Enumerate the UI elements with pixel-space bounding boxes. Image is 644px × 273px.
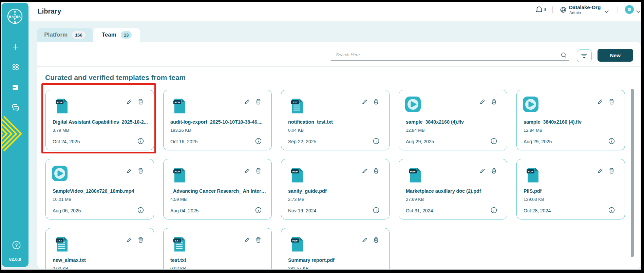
file-date: Nov 19, 2024 xyxy=(288,208,316,213)
version-label: v2.0.0 xyxy=(2,257,29,262)
search-icon xyxy=(561,52,567,60)
file-name: PIIS.pdf xyxy=(524,188,620,194)
edit-icon[interactable] xyxy=(126,237,132,244)
delete-icon[interactable] xyxy=(255,168,261,175)
edit-icon[interactable] xyxy=(479,99,485,106)
file-name: sample_3840x2160 (4).flv xyxy=(406,119,502,125)
delete-icon[interactable] xyxy=(609,99,614,106)
org-name[interactable]: Datalake-Org xyxy=(569,4,601,10)
svg-text:PDF: PDF xyxy=(57,101,62,104)
user-chevron-down-icon[interactable] xyxy=(636,8,641,15)
file-card[interactable]: PDFSummary report.pdf282.57 KB xyxy=(281,228,390,269)
file-size: 27.69 KB xyxy=(406,197,424,202)
svg-text:?: ? xyxy=(15,243,18,248)
info-icon[interactable] xyxy=(137,138,144,146)
search-input[interactable] xyxy=(331,50,553,57)
new-button[interactable]: New xyxy=(598,49,633,62)
delete-icon[interactable] xyxy=(491,168,497,175)
file-card[interactable]: sample_3840x2160 (4).flv12.84 MBAug 29, … xyxy=(516,90,625,150)
edit-icon[interactable] xyxy=(244,237,250,244)
delete-icon[interactable] xyxy=(255,99,261,106)
file-card[interactable]: sample_3840x2160 (4).flv12.84 MBAug 29, … xyxy=(399,90,507,150)
info-icon[interactable] xyxy=(373,138,379,146)
info-icon[interactable] xyxy=(608,138,615,146)
delete-icon[interactable] xyxy=(373,99,379,106)
info-icon[interactable] xyxy=(137,207,144,215)
delete-icon[interactable] xyxy=(491,99,497,106)
svg-text:PDF: PDF xyxy=(410,170,416,173)
svg-text:TXT: TXT xyxy=(292,101,298,104)
help-icon[interactable]: ? xyxy=(12,240,21,251)
delete-icon[interactable] xyxy=(138,237,144,244)
file-card[interactable]: TXTnew_almax.txt0.02 KB xyxy=(45,228,154,269)
tab-team-count: 13 xyxy=(121,31,132,39)
app-window: Library 3 Datalake-Org Admin SI Platform… xyxy=(1,2,641,270)
edit-icon[interactable] xyxy=(244,168,250,175)
file-card[interactable]: PDF_Advancing Cancer Research_ An Interd… xyxy=(163,159,272,219)
video-file-icon xyxy=(52,165,68,183)
file-date: Sep 22, 2025 xyxy=(288,139,316,144)
info-icon[interactable] xyxy=(255,138,262,146)
info-icon[interactable] xyxy=(255,207,262,215)
scrollbar-thumb[interactable] xyxy=(631,89,634,257)
file-date: Oct 24, 2025 xyxy=(53,139,80,144)
txt-file-icon: TXT xyxy=(173,236,187,253)
avatar[interactable]: SI xyxy=(625,5,634,14)
file-size: 0.02 KB xyxy=(170,266,186,269)
plus-icon[interactable] xyxy=(12,43,20,52)
delete-icon[interactable] xyxy=(138,99,144,106)
search-field[interactable] xyxy=(331,50,569,61)
library-icon[interactable] xyxy=(12,83,20,93)
apps-icon[interactable] xyxy=(12,63,20,72)
file-card[interactable]: PDFaudit-log-export_2025-10-10T10-38-46.… xyxy=(163,90,272,150)
file-size: 12.84 MB xyxy=(524,128,543,133)
info-icon[interactable] xyxy=(491,138,497,146)
edit-icon[interactable] xyxy=(362,99,367,106)
info-icon[interactable] xyxy=(608,207,615,215)
file-date: Aug 29, 2025 xyxy=(524,139,552,144)
file-card[interactable]: PDFDigital Assistant Capabilities_2025-1… xyxy=(45,90,154,150)
tab-platform[interactable]: Platform 166 xyxy=(37,28,93,42)
filter-button[interactable] xyxy=(577,49,592,62)
delete-icon[interactable] xyxy=(373,168,379,175)
file-card[interactable]: PDFsanity_guide.pdf2.73 MBNov 19, 2024 xyxy=(281,159,390,219)
file-name: sample_3840x2160 (4).flv xyxy=(524,119,620,125)
svg-text:PDF: PDF xyxy=(175,170,180,173)
edit-icon[interactable] xyxy=(244,99,250,106)
file-size: 139.03 KB xyxy=(524,197,544,202)
file-name: notification_test.txt xyxy=(288,119,384,125)
file-card[interactable]: TXTnotification_test.txt0.04 KBSep 22, 2… xyxy=(281,90,390,150)
edit-icon[interactable] xyxy=(126,168,132,175)
info-icon[interactable] xyxy=(491,207,497,215)
edit-icon[interactable] xyxy=(362,237,367,244)
delete-icon[interactable] xyxy=(373,237,379,244)
delete-icon[interactable] xyxy=(255,237,261,244)
edit-icon[interactable] xyxy=(479,168,485,175)
notification-count: 3 xyxy=(544,7,546,12)
file-card[interactable]: TXTtest.txt0.02 KB xyxy=(163,228,272,269)
tab-team[interactable]: Team 13 xyxy=(93,28,140,42)
edit-icon[interactable] xyxy=(126,99,132,106)
file-size: 3.79 MB xyxy=(53,128,69,133)
file-name: new_almax.txt xyxy=(53,257,149,263)
file-size: 4.59 MB xyxy=(170,197,187,202)
header xyxy=(29,2,641,21)
file-size: 0.02 KB xyxy=(53,266,68,269)
file-card[interactable]: SampleVideo_1280x720_10mb.mp410.01 MBAug… xyxy=(45,159,154,219)
file-card[interactable]: PDFMarketplace auxillary doc (2).pdf27.6… xyxy=(399,159,507,219)
info-icon[interactable] xyxy=(373,207,379,215)
yellow-chevrons-decoration xyxy=(2,116,27,153)
edit-icon[interactable] xyxy=(597,168,603,175)
org-chevron-down-icon[interactable] xyxy=(604,8,609,15)
edit-icon[interactable] xyxy=(597,99,603,106)
chat-icon[interactable] xyxy=(12,103,20,113)
notification-bell-icon[interactable] xyxy=(535,6,543,15)
edit-icon[interactable] xyxy=(362,168,367,175)
file-size: 282.57 KB xyxy=(288,266,309,269)
file-name: SampleVideo_1280x720_10mb.mp4 xyxy=(53,188,149,194)
file-date: Oct 16, 2025 xyxy=(170,139,197,144)
delete-icon[interactable] xyxy=(609,168,614,175)
pdf-file-icon: PDF xyxy=(291,236,305,253)
file-card[interactable]: PDFPIIS.pdf139.03 KBOct 28, 2024 xyxy=(516,159,625,219)
delete-icon[interactable] xyxy=(138,168,144,175)
